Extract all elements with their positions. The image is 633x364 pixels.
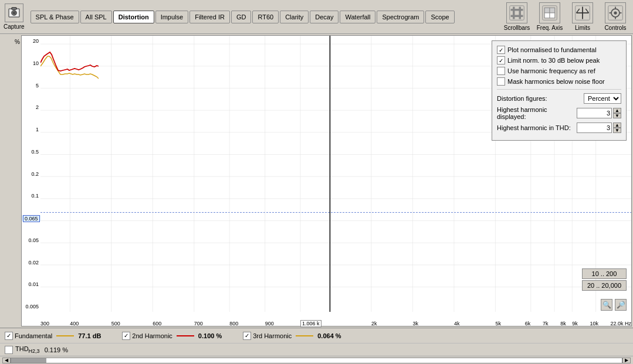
y-tick-0.2: 0.2 xyxy=(22,171,40,177)
range-buttons: 10 .. 200 20 .. 20,000 xyxy=(582,268,627,291)
plot-normalised-label: Plot normalised to fundamental xyxy=(507,46,621,53)
tab-scope[interactable]: Scope xyxy=(425,11,454,23)
tab-rt60[interactable]: RT60 xyxy=(252,11,279,23)
tab-spl-phase[interactable]: SPL & Phase xyxy=(31,11,79,23)
3rd-harmonic-checkbox[interactable] xyxy=(243,332,251,340)
highest-thd-input[interactable] xyxy=(577,123,612,133)
fundamental-legend: Fundamental 77.1 dB xyxy=(5,332,101,340)
svg-rect-5 xyxy=(511,9,523,11)
use-harmonic-freq-label: Use harmonic frequency as ref xyxy=(507,67,621,74)
y-axis-percent-label: % xyxy=(15,39,21,45)
highest-thd-down[interactable]: ▼ xyxy=(613,128,621,133)
y-tick-0.01: 0.01 xyxy=(22,281,40,287)
scroll-left-btn[interactable]: ◀ xyxy=(2,358,11,363)
x-tick-6k: 6k xyxy=(525,321,531,326)
scrollbars-tool[interactable]: Scrollbars xyxy=(503,2,531,31)
distortion-figures-select[interactable]: Percent dB xyxy=(584,93,621,104)
y-tick-0.1: 0.1 xyxy=(22,193,40,199)
x-tick-300: 300 xyxy=(40,321,49,326)
thd-checkbox[interactable] xyxy=(5,346,13,354)
range-20-20000[interactable]: 20 .. 20,000 xyxy=(582,280,627,291)
highest-harmonic-label: Highest harmonic displayed: xyxy=(497,106,577,120)
highest-harmonic-input[interactable] xyxy=(577,108,612,118)
svg-rect-6 xyxy=(511,15,523,18)
tab-all-spl[interactable]: All SPL xyxy=(80,11,112,23)
3rd-harmonic-legend: 3rd Harmonic 0.064 % xyxy=(243,332,341,340)
y-tick-0.5: 0.5 xyxy=(22,149,40,155)
x-tick-10k: 10k xyxy=(590,321,599,326)
y-tick-20: 20 xyxy=(22,38,40,44)
fundamental-checkbox[interactable] xyxy=(5,332,13,340)
x-tick-500: 500 xyxy=(111,321,120,326)
limit-norm-label: Limit norm. to 30 dB below peak xyxy=(507,57,621,64)
2nd-harmonic-checkbox[interactable] xyxy=(122,332,130,340)
svg-rect-11 xyxy=(544,8,550,13)
svg-point-22 xyxy=(614,11,617,14)
distortion-figures-label: Distortion figures: xyxy=(497,95,584,102)
fundamental-value: 77.1 dB xyxy=(78,332,101,339)
capture-label: Capture xyxy=(4,23,25,30)
limit-norm-checkbox[interactable] xyxy=(497,56,505,64)
tab-waterfall[interactable]: Waterfall xyxy=(340,11,375,23)
3rd-harmonic-label: 3rd Harmonic xyxy=(253,332,292,339)
legend-panel: Plot normalised to fundamental Limit nor… xyxy=(492,40,627,141)
x-tick-8k: 8k xyxy=(560,321,566,326)
y-tick-5: 5 xyxy=(22,83,40,89)
scroll-thumb[interactable] xyxy=(11,358,46,363)
zoom-out-icon[interactable]: 🔎 xyxy=(615,299,627,311)
x-tick-900: 900 xyxy=(265,321,274,326)
highest-thd-up[interactable]: ▲ xyxy=(613,123,621,128)
plot-normalised-checkbox[interactable] xyxy=(497,46,505,54)
thd-label: THDH2,3 xyxy=(15,345,40,354)
range-10-200[interactable]: 10 .. 200 xyxy=(582,268,627,279)
limits-label: Limits xyxy=(575,25,590,31)
x-tick-700: 700 xyxy=(194,321,203,326)
scroll-right-btn[interactable]: ▶ xyxy=(622,358,631,363)
scroll-track[interactable] xyxy=(11,358,622,363)
cursor-val-indicator: 0.065 xyxy=(23,215,40,222)
thd-value: 0.119 % xyxy=(45,346,68,353)
svg-rect-3 xyxy=(12,8,16,9)
tab-impulse[interactable]: Impulse xyxy=(155,11,189,23)
freq-axis-tool[interactable]: Freq. Axis xyxy=(536,2,564,31)
y-tick-1: 1 xyxy=(22,127,40,132)
fundamental-line-sample xyxy=(56,335,74,336)
y-tick-0.02: 0.02 xyxy=(22,260,40,266)
mask-harmonics-checkbox[interactable] xyxy=(497,77,505,86)
y-tick-10: 10 xyxy=(22,60,40,66)
mask-harmonics-label: Mask harmonics below noise floor xyxy=(507,78,621,85)
x-tick-22k: 22.0k Hz xyxy=(610,321,631,326)
svg-rect-7 xyxy=(513,7,515,19)
limits-tool[interactable]: Limits xyxy=(568,2,597,31)
zoom-in-icon[interactable]: 🔍 xyxy=(601,299,612,311)
tab-decay[interactable]: Decay xyxy=(310,11,338,23)
x-tick-600: 600 xyxy=(153,321,161,326)
tab-gd[interactable]: GD xyxy=(231,11,252,23)
tab-spectrogram[interactable]: Spectrogram xyxy=(377,11,424,23)
use-harmonic-freq-checkbox[interactable] xyxy=(497,67,505,75)
tab-filtered-ir[interactable]: Filtered IR xyxy=(189,11,230,23)
capture-button[interactable]: Capture xyxy=(4,4,25,30)
controls-tool[interactable]: Controls xyxy=(601,2,629,31)
x-tick-7k: 7k xyxy=(543,321,549,326)
thd-subscript: H2,3 xyxy=(29,348,40,354)
highest-harmonic-down[interactable]: ▼ xyxy=(613,113,621,118)
3rd-harmonic-line-sample xyxy=(296,335,313,336)
right-tools: Scrollbars Freq. Axis xyxy=(503,2,629,31)
highest-harmonic-up[interactable]: ▲ xyxy=(613,108,621,113)
svg-rect-12 xyxy=(550,8,555,13)
tab-clarity[interactable]: Clarity xyxy=(280,11,309,23)
svg-rect-4 xyxy=(510,6,524,21)
controls-label: Controls xyxy=(604,25,626,31)
x-tick-400: 400 xyxy=(70,321,79,326)
2nd-harmonic-value: 0.100 % xyxy=(198,332,222,339)
svg-rect-13 xyxy=(544,13,550,18)
x-tick-9k: 9k xyxy=(572,321,578,326)
3rd-harmonic-value: 0.064 % xyxy=(317,332,341,339)
highest-thd-label: Highest harmonic in THD: xyxy=(497,124,577,131)
svg-rect-8 xyxy=(519,7,522,19)
tab-distortion[interactable]: Distortion xyxy=(113,11,154,23)
freq-axis-label: Freq. Axis xyxy=(537,25,563,31)
svg-point-2 xyxy=(13,12,15,14)
fundamental-label: Fundamental xyxy=(15,332,52,339)
